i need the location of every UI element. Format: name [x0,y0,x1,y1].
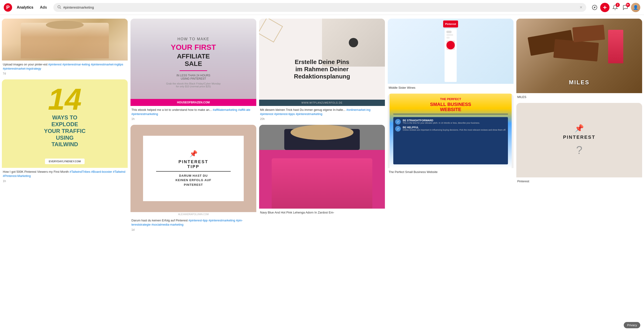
pin-url: EVERYDAYLYNDSEY.COM [45,159,84,164]
pin-description: Mit diesem kleinen Trick hast Du immer g… [259,106,385,122]
pin-card[interactable]: HOW TO MAKE YOUR FIRST AFFILIATESALE IN … [130,19,256,122]
pin-card[interactable]: MILES MILES [516,19,642,100]
pin-subtitle: DARUM HAST DUKEINEN ERFOLG AUFPINTEREST [176,173,211,187]
pin-body-text: IN LESS THAN 24 HOURSUSING PINTEREST [166,74,221,80]
pin-description: MILES [516,93,642,100]
pin-image: Erstelle Deine Pinsim Rahmen DeinerRedak… [259,19,385,106]
messages-badge: 9+ [626,3,630,7]
pin-text: Navy Blue And Hot Pink Lehenga Adorn In … [260,211,384,215]
pin-headline: WAYS TOEXPLODEYOUR TRAFFICUSINGTAILWIND [44,114,86,148]
notifications-button[interactable]: 2 [610,3,620,12]
header: P Analytics Ads ✕ [0,0,644,15]
pin-text: The Perfect Small Business Website [389,170,512,174]
pin-description: This ebook helped me a lot to understand… [130,106,256,122]
pin-number: 14 [48,84,82,114]
notifications-badge: 2 [616,3,620,7]
pin-image: 📌 PINTEREST ? [516,103,642,177]
svg-line-1 [60,8,61,8]
pin-card[interactable]: Pinterest Middle Sister Wines [388,19,514,91]
pin-divider [156,171,231,172]
pin-image [2,19,128,60]
pin-description: Middle Sister Wines [388,84,514,91]
pin-top-text: THE PERFECT [440,97,461,101]
svg-point-0 [58,5,60,8]
pin-title: PINTERESTTIPP [178,159,208,169]
pin-image: HOW TO MAKE YOUR FIRST AFFILIATESALE IN … [130,19,256,106]
explore-button[interactable] [590,3,599,12]
pin-brand: HOUSEOFBRAZEN.COM [130,99,256,106]
pin-text: Middle Sister Wines [389,86,512,90]
pin-title: Erstelle Deine Pinsim Rahmen DeinerRedak… [262,58,382,80]
pinterest-logo[interactable]: P [4,3,12,12]
pin-text: How I got 500K Pinterest Viewers my Firs… [3,170,127,178]
search-bar-container: ✕ [53,3,586,12]
pin-card[interactable]: Erstelle Deine Pinsim Rahmen DeinerRedak… [259,19,385,122]
pin-card[interactable]: 📌 PINTEREST ? Pinterest [516,103,642,184]
pin-text: Upload images on your pinter-est #pinter… [3,62,127,71]
pin-inner: 📌 PINTERESTTIPP DARUM HAST DUKEINEN ERFO… [143,136,244,201]
pin-text: Pinterest [517,179,641,183]
pin-subtitle: AFFILIATESALE [166,53,221,67]
pin-subtext: Grab the ebook this Black Friday/Cyber M… [166,82,221,88]
pin-description: Upload images on your pinter-est #pinter… [2,60,128,77]
pin-point-1-desc: This is the time for your elevator pitch… [402,122,480,124]
pin-text: Mit diesem kleinen Trick hast Du immer g… [260,108,384,116]
pins-grid: Upload images on your pinter-est #pinter… [0,15,644,236]
nav-analytics[interactable]: Analytics [14,4,36,11]
add-button[interactable] [600,3,610,12]
pin-description: Darum hast du keinen Erfolg auf Pinteres… [130,217,256,233]
pin-time: 1h [3,179,127,183]
nav-ads[interactable]: Ads [37,4,50,11]
svg-marker-3 [594,6,596,8]
pin-image [259,125,385,209]
search-input[interactable] [63,5,580,9]
pin-image: MILES [516,19,642,93]
pin-card[interactable]: Navy Blue And Hot Pink Lehenga Adorn In … [259,125,385,216]
pin-image: 14 WAYS TOEXPLODEYOUR TRAFFICUSINGTAILWI… [2,79,128,168]
pin-point-2-desc: Online reviews are important in influenc… [402,129,506,131]
pin-top-text: HOW TO MAKE [166,37,221,41]
messages-button[interactable]: 9+ [621,3,630,12]
pin-title: SMALL BUSINESSWEBSITE [430,102,471,112]
pin-text: MILES [517,95,641,99]
pin-text: Darum hast du keinen Erfolg auf Pinteres… [132,218,255,227]
question-icon: ? [576,144,582,156]
search-icon [57,5,61,10]
pin-image: 📌 PINTERESTTIPP DARUM HAST DUKEINEN ERFO… [130,125,256,212]
pin-url: ALEXANDRAPOLUNIN.COM [130,212,256,217]
pin-time: 1h [132,117,255,121]
pin-brand: MILES [529,79,630,86]
pin-image: THE PERFECT SMALL BUSINESSWEBSITE ✓ BE S… [388,94,514,168]
pin-title: PINTEREST [563,135,595,140]
header-actions: 2 9+ 👤 [590,3,640,12]
pin-icon: 📌 [574,124,584,133]
pin-icon: 📌 [190,150,198,158]
pin-description: The Perfect Small Business Website [388,168,514,175]
pin-title: YOUR FIRST [166,43,221,52]
pin-time: 20h [260,117,384,121]
pin-time: 7d [3,72,127,76]
pin-point-2: BE HELPFUL [402,126,506,129]
pin-description: Pinterest [516,177,642,184]
pin-description: How I got 500K Pinterest Viewers my Firs… [2,168,128,184]
pin-text: This ebook helped me a lot to understand… [132,108,255,116]
main-nav: Analytics Ads [14,4,50,11]
pin-card[interactable]: 14 WAYS TOEXPLODEYOUR TRAFFICUSINGTAILWI… [2,79,128,184]
clear-search-icon[interactable]: ✕ [580,5,582,9]
pin-image: Pinterest [388,19,514,84]
pin-card[interactable]: Upload images on your pinter-est #pinter… [2,19,128,77]
pin-card[interactable]: 📌 PINTERESTTIPP DARUM HAST DUKEINEN ERFO… [130,125,256,233]
pin-url: WWW.MITPLANZUMERFOLG.DE [259,100,385,106]
user-avatar[interactable]: 👤 [631,3,640,12]
pin-description: Navy Blue And Hot Pink Lehenga Adorn In … [259,209,385,216]
pin-card[interactable]: THE PERFECT SMALL BUSINESSWEBSITE ✓ BE S… [388,94,514,175]
pin-time: 1d [132,228,255,232]
pin-point-1: BE STRAIGHTFORWARD [402,119,480,122]
